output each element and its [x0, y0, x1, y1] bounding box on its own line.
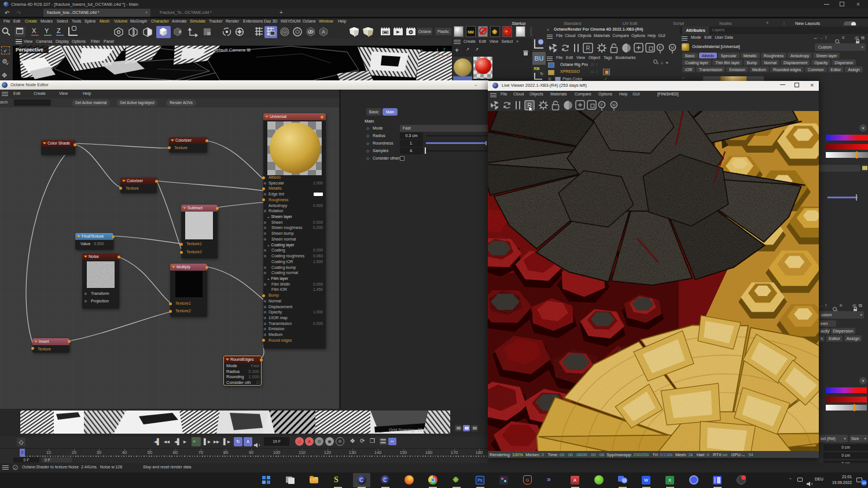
- svg-text:F: F: [601, 102, 604, 108]
- svg-text:M: M: [612, 103, 615, 107]
- svg-text:X: X: [447, 54, 449, 58]
- svg-text:Z: Z: [443, 47, 446, 51]
- svg-text:Default Camera ⊞: Default Camera ⊞: [213, 47, 251, 53]
- svg-text:A: A: [322, 29, 325, 35]
- svg-text:Perspective: Perspective: [16, 47, 43, 53]
- svg-text:M: M: [671, 46, 674, 50]
- svg-text:R: R: [586, 45, 590, 51]
- svg-text:Grid Spacing : 20 cm: Grid Spacing : 20 cm: [389, 427, 429, 432]
- svg-text:F: F: [659, 45, 662, 50]
